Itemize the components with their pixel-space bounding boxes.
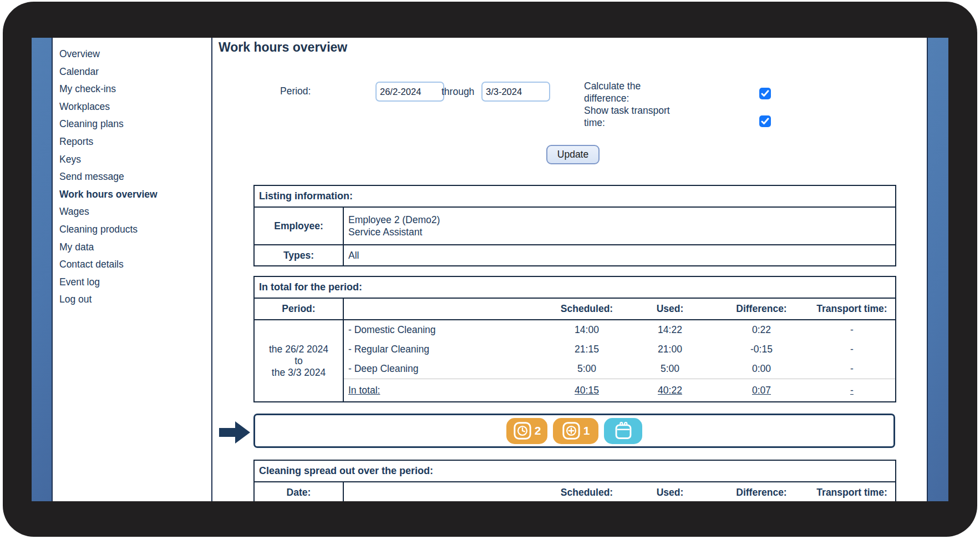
left-accent-bar xyxy=(32,38,53,501)
spread-table: Cleaning spread out over the period: Dat… xyxy=(253,460,896,501)
through-label: through xyxy=(441,86,474,98)
sidebar-item-calendar[interactable]: Calendar xyxy=(59,63,211,81)
sidebar-item-wages[interactable]: Wages xyxy=(59,203,211,221)
show-transport-label: Show task transport time: xyxy=(584,104,673,129)
calculate-difference-checkbox[interactable] xyxy=(759,88,771,99)
period-from-input[interactable] xyxy=(375,82,444,102)
employee-role: Service Assistant xyxy=(348,226,891,238)
clock-badge-count: 2 xyxy=(535,424,541,437)
totals-col-difference: Difference: xyxy=(714,298,809,320)
checkmark-icon xyxy=(761,118,769,125)
clock-icon xyxy=(513,421,532,440)
sidebar-item-event-log[interactable]: Event log xyxy=(59,274,211,291)
sidebar-item-contact-details[interactable]: Contact details xyxy=(59,256,211,274)
clock-badge-button[interactable]: 2 xyxy=(506,418,547,444)
sidebar-item-send-message[interactable]: Send message xyxy=(59,168,211,186)
in-total-link[interactable]: In total: xyxy=(343,379,548,402)
difference-value: 0:22 xyxy=(714,320,809,340)
spread-title: Cleaning spread out over the period: xyxy=(254,460,896,482)
period-to-input[interactable] xyxy=(481,82,550,102)
used-value: 21:00 xyxy=(626,340,714,359)
totals-col-used: Used: xyxy=(626,298,714,320)
used-value: 5:00 xyxy=(626,359,714,379)
employee-label: Employee: xyxy=(254,207,343,245)
transport-value: - xyxy=(809,320,896,340)
total-scheduled-link[interactable]: 40:15 xyxy=(548,379,626,402)
add-badge-button[interactable]: 1 xyxy=(553,418,598,444)
task-name: - Deep Cleaning xyxy=(343,359,548,379)
sidebar-item-my-data[interactable]: My data xyxy=(59,239,211,256)
types-label: Types: xyxy=(254,245,343,266)
update-button[interactable]: Update xyxy=(546,145,600,164)
sidebar-nav: Overview Calendar My check-ins Workplace… xyxy=(53,38,211,501)
types-value: All xyxy=(343,245,896,266)
scheduled-value: 14:00 xyxy=(548,320,626,340)
employee-name: Employee 2 (Demo2) xyxy=(348,214,891,226)
right-accent-bar xyxy=(927,38,948,501)
period-range-to-word: to xyxy=(259,355,338,367)
main-content: Work hours overview Period: through Calc… xyxy=(212,38,927,501)
period-range: the 26/2 2024 to the 3/3 2024 xyxy=(254,320,343,402)
period-range-from: the 26/2 2024 xyxy=(259,344,338,355)
task-name: - Domestic Cleaning xyxy=(343,320,548,340)
totals-col-task xyxy=(343,298,548,320)
difference-value: -0:15 xyxy=(714,340,809,359)
spread-col-task xyxy=(343,482,548,501)
app-window: Overview Calendar My check-ins Workplace… xyxy=(0,0,980,539)
scheduled-value: 5:00 xyxy=(548,359,626,379)
screen-content: Overview Calendar My check-ins Workplace… xyxy=(32,38,948,501)
table-row: the 26/2 2024 to the 3/3 2024 - Domestic… xyxy=(254,320,896,340)
transport-value: - xyxy=(809,359,896,379)
spread-col-scheduled: Scheduled: xyxy=(548,482,626,501)
listing-information-table: Listing information: Employee: Employee … xyxy=(253,185,896,266)
spread-col-difference: Difference: xyxy=(714,482,809,501)
totals-table: In total for the period: Period: Schedul… xyxy=(253,276,896,402)
sidebar-item-reports[interactable]: Reports xyxy=(59,133,211,151)
page-title: Work hours overview xyxy=(219,40,347,55)
totals-col-period: Period: xyxy=(254,298,343,320)
used-value: 14:22 xyxy=(626,320,714,340)
calendar-icon xyxy=(613,421,633,441)
sidebar-item-overview[interactable]: Overview xyxy=(59,46,211,63)
show-transport-checkbox[interactable] xyxy=(759,115,771,127)
total-used-link[interactable]: 40:22 xyxy=(626,379,714,402)
spread-col-used: Used: xyxy=(626,482,714,501)
badge-toolbar: 2 1 xyxy=(253,414,895,448)
task-name: - Regular Cleaning xyxy=(343,340,548,359)
transport-value: - xyxy=(809,340,896,359)
period-label: Period: xyxy=(280,85,311,97)
total-difference-link[interactable]: 0:07 xyxy=(714,379,809,402)
add-badge-count: 1 xyxy=(583,424,590,437)
checkmark-icon xyxy=(761,90,769,97)
sidebar-item-log-out[interactable]: Log out xyxy=(59,291,211,309)
sidebar-item-workplaces[interactable]: Workplaces xyxy=(59,98,211,116)
table-row: - Deep Cleaning 5:00 5:00 0:00 - xyxy=(254,359,896,379)
listing-title: Listing information: xyxy=(254,185,896,207)
calculate-difference-label: Calculate the difference: xyxy=(584,80,673,104)
difference-value: 0:00 xyxy=(714,359,809,379)
totals-title: In total for the period: xyxy=(254,276,896,298)
add-icon xyxy=(562,421,581,440)
totals-col-transport: Transport time: xyxy=(809,298,896,320)
sidebar-item-work-hours-overview[interactable]: Work hours overview xyxy=(59,186,211,204)
employee-value: Employee 2 (Demo2) Service Assistant xyxy=(343,207,896,245)
table-row: - Regular Cleaning 21:15 21:00 -0:15 - xyxy=(254,340,896,359)
period-range-to: the 3/3 2024 xyxy=(259,367,338,379)
arrow-right-icon xyxy=(219,420,250,445)
sidebar-item-cleaning-products[interactable]: Cleaning products xyxy=(59,221,211,239)
scheduled-value: 21:15 xyxy=(548,340,626,359)
totals-summary-row: In total: 40:15 40:22 0:07 - xyxy=(254,379,896,402)
totals-col-scheduled: Scheduled: xyxy=(548,298,626,320)
sidebar-item-keys[interactable]: Keys xyxy=(59,151,211,169)
sidebar-item-cleaning-plans[interactable]: Cleaning plans xyxy=(59,115,211,133)
calendar-badge-button[interactable] xyxy=(604,418,642,444)
sidebar-item-my-check-ins[interactable]: My check-ins xyxy=(59,80,211,98)
total-transport-link[interactable]: - xyxy=(809,379,896,402)
spread-col-transport: Transport time: xyxy=(809,482,896,501)
spread-col-date: Date: xyxy=(254,482,343,501)
